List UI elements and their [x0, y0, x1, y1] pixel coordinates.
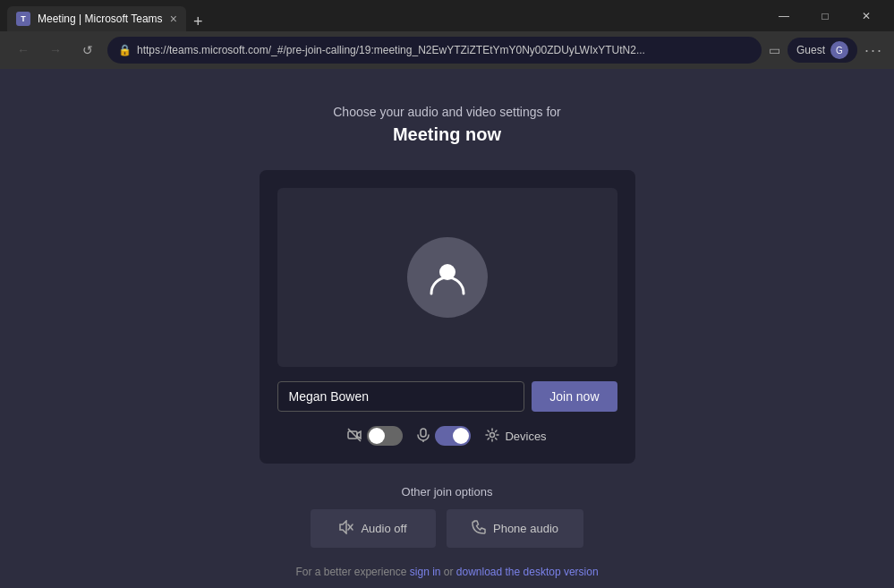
avatar-icon — [428, 258, 467, 297]
tab-title: Meeting | Microsoft Teams — [38, 13, 163, 25]
microphone-icon — [417, 428, 430, 445]
forward-button[interactable]: → — [43, 38, 68, 63]
svg-rect-3 — [421, 429, 426, 437]
lock-icon: 🔒 — [118, 44, 132, 56]
cast-icon[interactable]: ▭ — [769, 43, 780, 57]
other-options-title: Other join options — [402, 485, 493, 499]
join-row: Join now — [277, 381, 617, 412]
join-now-button[interactable]: Join now — [532, 381, 617, 412]
video-camera-icon — [347, 428, 362, 445]
tab-close-button[interactable]: × — [170, 12, 177, 26]
mic-control — [417, 426, 471, 446]
sign-in-link[interactable]: sign in — [410, 566, 441, 578]
browser-chrome: T Meeting | Microsoft Teams × + — □ ✕ ← … — [0, 0, 894, 578]
svg-point-5 — [490, 432, 495, 437]
footer-before-text: For a better experience — [295, 566, 409, 578]
controls-row: Devices — [347, 426, 546, 446]
profile-avatar-icon: G — [830, 41, 848, 59]
address-bar: ← → ↺ 🔒 https://teams.microsoft.com/_#/p… — [0, 31, 894, 69]
back-button[interactable]: ← — [11, 38, 36, 63]
window-controls: — □ ✕ — [763, 0, 887, 31]
footer-text: For a better experience sign in or downl… — [295, 566, 598, 578]
mic-toggle-knob — [453, 428, 469, 444]
video-preview — [277, 188, 617, 367]
close-window-button[interactable]: ✕ — [846, 0, 887, 31]
phone-icon — [472, 520, 486, 537]
maximize-button[interactable]: □ — [805, 0, 846, 31]
tab-favicon: T — [16, 12, 30, 26]
svg-line-2 — [348, 429, 361, 441]
phone-audio-button[interactable]: Phone audio — [447, 509, 583, 548]
devices-label: Devices — [505, 430, 546, 443]
settings-icon — [485, 428, 499, 445]
active-tab[interactable]: T Meeting | Microsoft Teams × — [7, 6, 186, 31]
options-row: Audio off Phone audio — [311, 509, 583, 548]
profile-label: Guest — [796, 44, 825, 56]
meeting-title: Meeting now — [393, 124, 501, 145]
url-bar[interactable]: 🔒 https://teams.microsoft.com/_#/pre-joi… — [107, 37, 762, 64]
audio-off-icon — [339, 520, 353, 537]
tab-area: T Meeting | Microsoft Teams × + — [7, 0, 756, 31]
footer-middle-text: or — [440, 566, 456, 578]
devices-button[interactable]: Devices — [485, 428, 546, 445]
video-toggle[interactable] — [367, 426, 403, 446]
url-text: https://teams.microsoft.com/_#/pre-join-… — [137, 44, 645, 56]
audio-off-button[interactable]: Audio off — [311, 509, 436, 548]
video-toggle-knob — [369, 428, 385, 444]
refresh-button[interactable]: ↺ — [75, 38, 100, 63]
video-control — [347, 426, 403, 446]
title-bar: T Meeting | Microsoft Teams × + — □ ✕ — [0, 0, 894, 31]
minimize-button[interactable]: — — [763, 0, 805, 31]
mic-toggle[interactable] — [435, 426, 471, 446]
new-tab-button[interactable]: + — [193, 13, 203, 31]
other-join-options: Other join options Audio off — [311, 485, 583, 548]
name-input[interactable] — [277, 381, 525, 412]
more-options-button[interactable]: ··· — [864, 41, 883, 60]
audio-off-label: Audio off — [361, 522, 406, 535]
phone-audio-label: Phone audio — [493, 522, 558, 535]
page-subtitle: Choose your audio and video settings for — [333, 105, 561, 119]
avatar-circle — [407, 237, 488, 318]
video-card: Join now — [260, 170, 635, 464]
profile-button[interactable]: Guest G — [788, 38, 857, 63]
page-content: Choose your audio and video settings for… — [0, 69, 894, 578]
download-link[interactable]: download the desktop version — [456, 566, 599, 578]
